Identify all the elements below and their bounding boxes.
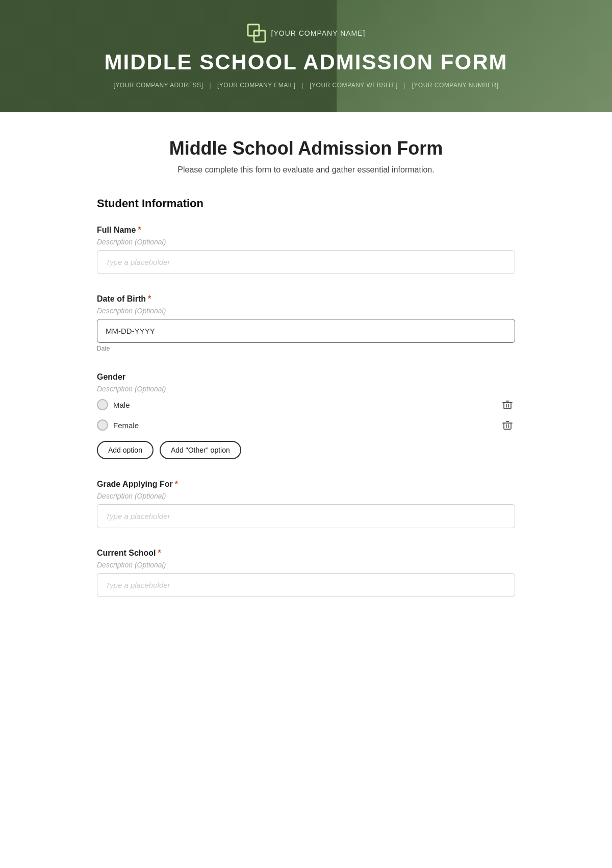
field-label-current-school: Current School * — [97, 549, 515, 558]
header-address: [YOUR COMPANY ADDRESS] — [113, 82, 203, 89]
field-label-grade: Grade Applying For * — [97, 480, 515, 489]
gender-radio-options: Male Female — [97, 397, 515, 433]
company-name-text: [YOUR COMPANY NAME] — [271, 29, 366, 37]
required-star-grade: * — [175, 480, 178, 489]
field-group-current-school: Current School * Description (Optional) — [97, 549, 515, 597]
field-label-gender: Gender — [97, 373, 515, 382]
add-option-button[interactable]: Add option — [97, 441, 154, 459]
svg-rect-2 — [504, 403, 511, 409]
delete-female-option-button[interactable] — [500, 417, 515, 433]
field-type-label-date: Date — [97, 345, 515, 352]
required-star-current-school: * — [158, 549, 161, 558]
field-label-full-name: Full Name * — [97, 226, 515, 235]
radio-label-male: Male — [113, 401, 130, 409]
add-other-option-button[interactable]: Add "Other" option — [160, 441, 241, 459]
field-desc-dob: Description (Optional) — [97, 307, 515, 315]
dob-input[interactable] — [97, 319, 515, 343]
current-school-input[interactable] — [97, 573, 515, 597]
add-option-row: Add option Add "Other" option — [97, 441, 515, 459]
separator-2: | — [302, 82, 304, 89]
company-logo-area: [YOUR COMPANY NAME] — [247, 23, 366, 43]
separator-1: | — [209, 82, 211, 89]
grade-input[interactable] — [97, 504, 515, 528]
form-title: Middle School Admission Form — [97, 138, 515, 159]
field-desc-full-name: Description (Optional) — [97, 238, 515, 246]
field-group-grade: Grade Applying For * Description (Option… — [97, 480, 515, 528]
radio-circle-female[interactable] — [97, 419, 108, 431]
header-website: [YOUR COMPANY WEBSITE] — [310, 82, 398, 89]
company-logo-icon — [247, 23, 266, 43]
field-desc-current-school: Description (Optional) — [97, 561, 515, 569]
section-heading-student-info: Student Information — [97, 197, 515, 210]
required-star-full-name: * — [138, 226, 141, 235]
form-subtitle: Please complete this form to evaluate an… — [97, 165, 515, 175]
trash-icon-male — [502, 399, 513, 410]
page-header: [YOUR COMPANY NAME] MIDDLE SCHOOL ADMISS… — [0, 0, 612, 112]
field-label-dob: Date of Birth * — [97, 294, 515, 304]
field-group-dob: Date of Birth * Description (Optional) D… — [97, 294, 515, 352]
full-name-input[interactable] — [97, 250, 515, 274]
gender-option-female-row: Female — [97, 417, 515, 433]
field-group-full-name: Full Name * Description (Optional) — [97, 226, 515, 274]
field-desc-gender: Description (Optional) — [97, 385, 515, 393]
svg-rect-7 — [504, 423, 511, 429]
main-content: Middle School Admission Form Please comp… — [76, 112, 536, 648]
header-title: MIDDLE SCHOOL ADMISSION FORM — [105, 50, 508, 75]
delete-male-option-button[interactable] — [500, 397, 515, 412]
header-info: [YOUR COMPANY ADDRESS] | [YOUR COMPANY E… — [113, 82, 498, 89]
header-content: [YOUR COMPANY NAME] MIDDLE SCHOOL ADMISS… — [105, 23, 508, 89]
header-email: [YOUR COMPANY EMAIL] — [217, 82, 296, 89]
separator-3: | — [404, 82, 406, 89]
field-group-gender: Gender Description (Optional) Male — [97, 373, 515, 459]
radio-circle-male[interactable] — [97, 399, 108, 410]
header-number: [YOUR COMPANY NUMBER] — [412, 82, 498, 89]
field-desc-grade: Description (Optional) — [97, 492, 515, 500]
gender-option-female-left: Female — [97, 419, 139, 431]
trash-icon-female — [502, 419, 513, 431]
radio-label-female: Female — [113, 421, 139, 430]
gender-option-male-row: Male — [97, 397, 515, 412]
required-star-dob: * — [148, 294, 151, 304]
gender-option-male-left: Male — [97, 399, 130, 410]
